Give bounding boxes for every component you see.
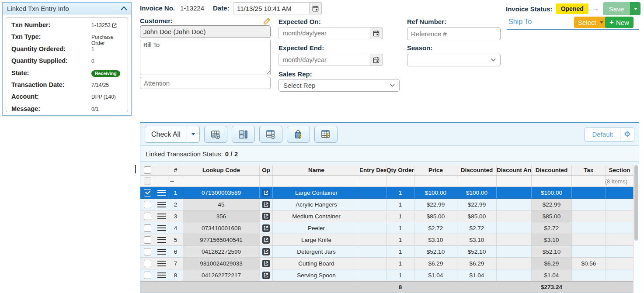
open-item-cell[interactable]: [260, 199, 273, 210]
lookup-code-cell[interactable]: 9310024029033: [183, 258, 260, 269]
price-cell[interactable]: $22.99: [414, 199, 457, 210]
lookup-code-cell[interactable]: 071300003589: [183, 187, 260, 199]
table-row[interactable]: 79310024029033Cutting Board1$6.29$6.29$6…: [140, 258, 634, 269]
qty-ordered-cell[interactable]: 1: [386, 269, 414, 281]
discounted-price-cell[interactable]: $85.00: [457, 210, 497, 222]
gear-icon[interactable]: ⚙: [620, 128, 634, 141]
section-cell[interactable]: [606, 234, 634, 246]
column-header[interactable]: Entry Des: [360, 165, 386, 176]
entry-description-cell[interactable]: [360, 187, 386, 199]
column-header[interactable]: Name: [273, 165, 360, 176]
discount-amount-cell[interactable]: [497, 210, 532, 222]
open-item-button[interactable]: [262, 213, 270, 220]
price-cell[interactable]: $1.04: [414, 269, 457, 281]
lookup-code-cell[interactable]: 45: [183, 199, 260, 210]
date-calendar-button[interactable]: [310, 2, 322, 14]
table-row[interactable]: 1071300003589Large Container1$100.00$100…: [140, 187, 634, 199]
discounted-price-cell[interactable]: $22.99: [457, 199, 497, 210]
row-checkbox[interactable]: [144, 272, 151, 279]
expected-end-input[interactable]: [278, 54, 370, 66]
lookup-code-cell[interactable]: 041262272590: [183, 246, 260, 258]
save-dropdown-caret[interactable]: [630, 2, 641, 15]
sales-rep-select[interactable]: Select Rep: [278, 79, 400, 92]
column-header[interactable]: Section: [606, 165, 634, 176]
layout-default-split-button[interactable]: Default ⚙: [585, 127, 634, 142]
row-menu-cell[interactable]: [155, 234, 168, 246]
ship-to-select-button[interactable]: Select: [574, 17, 607, 28]
open-item-button[interactable]: [262, 260, 270, 267]
customer-input[interactable]: [140, 25, 271, 38]
row-checkbox-cell[interactable]: [140, 199, 155, 210]
open-item-cell[interactable]: [260, 187, 273, 199]
attention-input[interactable]: [140, 77, 271, 89]
discount-amount-cell[interactable]: [497, 258, 532, 269]
default-layout-button[interactable]: Default: [585, 128, 620, 141]
ship-to-new-button[interactable]: + New: [605, 17, 634, 28]
row-menu-cell[interactable]: [155, 258, 168, 269]
lookup-code-cell[interactable]: 073410001608: [183, 222, 260, 234]
row-menu-cell[interactable]: [155, 222, 168, 234]
external-link-icon[interactable]: [112, 23, 117, 28]
discount-amount-cell[interactable]: [497, 234, 532, 246]
qty-ordered-cell[interactable]: 1: [386, 246, 414, 258]
expected-on-calendar-button[interactable]: [370, 27, 383, 39]
row-drag-handle-icon[interactable]: [157, 261, 166, 266]
open-item-button[interactable]: [262, 272, 270, 279]
column-header[interactable]: Op: [260, 165, 273, 176]
name-cell[interactable]: Acrylic Hangers: [273, 199, 360, 210]
open-item-cell[interactable]: [260, 246, 273, 258]
discounted-price-cell[interactable]: $2.72: [457, 222, 497, 234]
qty-ordered-cell[interactable]: 1: [386, 222, 414, 234]
column-header[interactable]: Tax: [572, 165, 606, 176]
open-item-cell[interactable]: [260, 258, 273, 269]
row-checkbox-cell[interactable]: [140, 258, 155, 269]
table-row[interactable]: 8041262272217Serving Spoon1$1.04$1.04$1.…: [140, 269, 634, 281]
entry-description-cell[interactable]: [360, 234, 386, 246]
save-split-button[interactable]: Save: [603, 2, 641, 15]
split-panels-button[interactable]: [232, 126, 255, 143]
name-cell[interactable]: Cutting Board: [273, 258, 360, 269]
row-checkbox-cell[interactable]: [140, 269, 155, 281]
select-all-checkbox[interactable]: [144, 166, 151, 174]
price-cell[interactable]: $100.00: [414, 187, 457, 199]
bag-action-button[interactable]: [287, 126, 310, 143]
column-header[interactable]: Lookup Code: [183, 165, 260, 176]
table-row[interactable]: 3356Medium Container1$85.00$85.00$85.00: [140, 210, 634, 222]
row-menu-cell[interactable]: [155, 269, 168, 281]
open-item-button[interactable]: [262, 189, 270, 196]
add-grid-button[interactable]: [259, 126, 282, 143]
table-row[interactable]: 4073410001608Peeler1$2.72$2.72$2.72: [140, 222, 634, 234]
qty-ordered-cell[interactable]: 1: [386, 258, 414, 269]
qty-ordered-cell[interactable]: 1: [386, 199, 414, 210]
lookup-code-cell[interactable]: 9771565040541: [183, 234, 260, 246]
row-drag-handle-icon[interactable]: [157, 237, 166, 243]
row-drag-handle-icon[interactable]: [157, 272, 166, 278]
name-cell[interactable]: Large Knife: [273, 234, 360, 246]
row-checkbox-cell[interactable]: [140, 222, 155, 234]
open-item-cell[interactable]: [260, 210, 273, 222]
bill-to-textarea[interactable]: [140, 40, 271, 75]
open-item-cell[interactable]: [260, 234, 273, 246]
open-item-button[interactable]: [262, 201, 270, 208]
discounted-price-cell[interactable]: $3.10: [457, 234, 497, 246]
row-checkbox[interactable]: [144, 248, 151, 255]
price-cell[interactable]: $6.29: [414, 258, 457, 269]
row-drag-handle-icon[interactable]: [157, 202, 166, 207]
price-cell[interactable]: $2.72: [414, 222, 457, 234]
scrollbar-thumb[interactable]: [634, 165, 638, 241]
entry-description-cell[interactable]: [360, 199, 386, 210]
row-checkbox[interactable]: [144, 213, 151, 220]
row-drag-handle-icon[interactable]: [157, 249, 166, 255]
discounted-price-cell[interactable]: $1.04: [457, 269, 497, 281]
chevron-up-icon[interactable]: [121, 6, 127, 11]
edit-customer-button[interactable]: [263, 17, 271, 25]
table-row[interactable]: 59771565040541Large Knife1$3.10$3.10$3.1…: [140, 234, 634, 246]
expected-end-calendar-button[interactable]: [370, 54, 383, 66]
date-input[interactable]: [233, 2, 310, 14]
section-cell[interactable]: [606, 187, 634, 199]
discounted-price-cell[interactable]: $52.10: [457, 246, 497, 258]
price-cell[interactable]: $3.10: [414, 234, 457, 246]
grid-action-button[interactable]: [314, 126, 338, 143]
discount-amount-cell[interactable]: [497, 269, 532, 281]
row-menu-cell[interactable]: [155, 187, 168, 199]
